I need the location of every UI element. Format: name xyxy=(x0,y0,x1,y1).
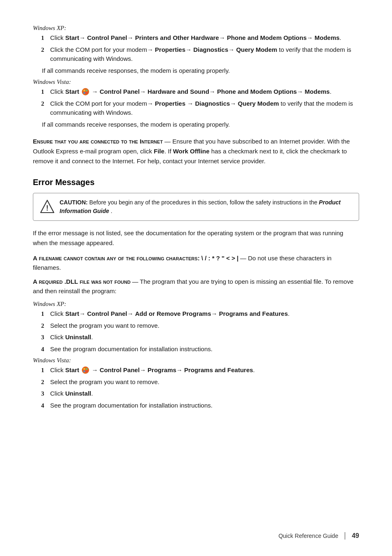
page-footer: Quick Reference Guide 49 xyxy=(279,532,359,540)
windows-vista-label: Windows Vista: xyxy=(33,79,359,86)
svg-point-0 xyxy=(82,88,89,95)
step-text: Click Start → Control Panel→ Programs→ P… xyxy=(50,366,255,375)
step-number: 1 xyxy=(41,366,48,375)
step-text: Click Start→ Control Panel→ Printers and… xyxy=(50,33,341,43)
step-text: See the program documentation for instal… xyxy=(50,345,212,354)
windows-vista-modem-section: Windows Vista: 1 Click Start xyxy=(33,79,359,129)
footer-guide-name: Quick Reference Guide xyxy=(279,533,339,539)
step-number: 2 xyxy=(41,378,48,387)
step-number: 2 xyxy=(41,99,48,109)
step-item: 1 Click Start → Control Panel→ Programs→… xyxy=(41,366,359,375)
caution-body: Before you begin any of the procedures i… xyxy=(89,199,319,206)
step-text: Click Start→ Control Panel→ Add or Remov… xyxy=(50,309,290,319)
step-text: Click Start → Control Panel→ xyxy=(50,87,332,97)
windows-start-icon xyxy=(82,366,89,374)
step-number: 1 xyxy=(41,87,48,97)
step-item: 2 Click the COM port for your modem→ Pro… xyxy=(41,99,359,118)
step-number: 1 xyxy=(41,33,48,43)
step-text: Click Uninstall. xyxy=(50,389,93,398)
step-item: 2 Select the program you want to remove. xyxy=(41,378,359,387)
step-item: 4 See the program documentation for inst… xyxy=(41,345,359,354)
vista-modem-note: If all commands receive responses, the m… xyxy=(42,120,359,130)
step-number: 1 xyxy=(41,309,48,319)
page-number: 49 xyxy=(352,532,359,540)
dll-error-heading: A required .DLL file was not found xyxy=(33,278,131,285)
step-text: Click Uninstall. xyxy=(50,333,93,342)
svg-rect-8 xyxy=(83,368,85,370)
step-item: 1 Click Start→ Control Panel→ Printers a… xyxy=(41,33,359,43)
step-number: 2 xyxy=(41,45,48,55)
svg-rect-4 xyxy=(86,92,88,94)
step-number: 3 xyxy=(41,333,48,342)
ensure-heading: Ensure that you are connected to the Int… xyxy=(33,138,163,145)
svg-text:!: ! xyxy=(46,204,48,212)
svg-rect-9 xyxy=(86,368,88,370)
step-item: 3 Click Uninstall. xyxy=(41,389,359,398)
step-text: See the program documentation for instal… xyxy=(50,401,212,410)
xp-modem-note: If all commands receive responses, the m… xyxy=(42,66,359,76)
step-text: Select the program you want to remove. xyxy=(50,378,159,387)
filename-error-item: A filename cannot contain any of the fol… xyxy=(33,254,359,272)
filename-error-heading: A filename cannot contain any of the fol… xyxy=(33,255,239,262)
step-item: 1 Click Start→ Control Panel→ Add or Rem… xyxy=(41,309,359,319)
ensure-internet-section: Ensure that you are connected to the Int… xyxy=(33,137,359,166)
footer-divider xyxy=(345,532,345,540)
windows-vista-dll-label: Windows Vista: xyxy=(33,357,359,364)
caution-icon: ! xyxy=(40,199,55,214)
step-text: Select the program you want to remove. xyxy=(50,321,159,331)
error-messages-heading: Error Messages xyxy=(33,178,359,187)
step-number: 2 xyxy=(41,321,48,331)
step-number: 4 xyxy=(41,401,48,410)
windows-vista-dll-steps: 1 Click Start → Control Panel→ Programs→… xyxy=(41,366,359,410)
windows-vista-dll-section: Windows Vista: 1 Click Start → Control xyxy=(33,357,359,410)
caution-label: CAUTION: xyxy=(60,199,88,206)
windows-vista-steps: 1 Click Start → Contr xyxy=(41,87,359,118)
windows-xp-label: Windows XP: xyxy=(33,25,359,32)
page: Windows XP: 1 Click Start→ Control Panel… xyxy=(0,0,392,556)
caution-text: CAUTION: Before you begin any of the pro… xyxy=(60,198,352,215)
windows-xp-dll-steps: 1 Click Start→ Control Panel→ Add or Rem… xyxy=(41,309,359,354)
caution-box: ! CAUTION: Before you begin any of the p… xyxy=(33,193,359,221)
step-item: 3 Click Uninstall. xyxy=(41,333,359,342)
ensure-dash: — xyxy=(164,138,172,145)
svg-rect-3 xyxy=(83,92,85,94)
windows-xp-dll-label: Windows XP: xyxy=(33,301,359,308)
svg-rect-10 xyxy=(83,371,85,372)
svg-rect-1 xyxy=(83,90,85,91)
step-text: Click the COM port for your modem→ Prope… xyxy=(50,45,359,64)
svg-point-7 xyxy=(82,367,89,374)
windows-start-icon xyxy=(82,88,89,95)
error-intro: If the error message is not listed, see … xyxy=(33,228,359,248)
step-item: 2 Click the COM port for your modem→ Pro… xyxy=(41,45,359,64)
svg-rect-2 xyxy=(86,90,88,91)
step-number: 4 xyxy=(41,345,48,354)
windows-xp-steps: 1 Click Start→ Control Panel→ Printers a… xyxy=(41,33,359,64)
windows-xp-dll-section: Windows XP: 1 Click Start→ Control Panel… xyxy=(33,301,359,354)
windows-xp-modem-section: Windows XP: 1 Click Start→ Control Panel… xyxy=(33,25,359,75)
step-item: 2 Select the program you want to remove. xyxy=(41,321,359,331)
step-text: Click the COM port for your modem→ Prope… xyxy=(50,99,359,118)
step-number: 3 xyxy=(41,389,48,398)
step-item: 4 See the program documentation for inst… xyxy=(41,401,359,410)
dll-error-item: A required .DLL file was not found — The… xyxy=(33,277,359,296)
step-item: 1 Click Start → Contr xyxy=(41,87,359,97)
svg-rect-11 xyxy=(86,371,88,372)
caution-end: . xyxy=(111,208,112,214)
